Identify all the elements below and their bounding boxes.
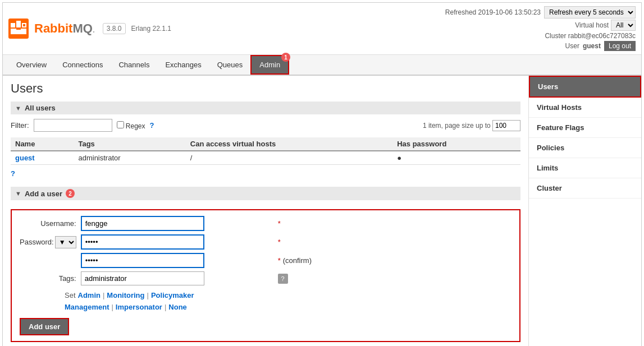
all-users-title: All users xyxy=(25,104,56,112)
top-bar: RabbitMQ. 3.8.0 Erlang 22.1.1 Refreshed … xyxy=(3,3,641,55)
tag-policymaker-link[interactable]: Policymaker xyxy=(151,291,194,299)
col-virtual-hosts: Can access virtual hosts xyxy=(186,137,392,151)
nav-queues[interactable]: Queues xyxy=(209,56,251,73)
table-header-row: Name Tags Can access virtual hosts Has p… xyxy=(11,137,520,151)
confirm-label: (confirm) xyxy=(283,256,312,265)
sidebar-item-feature-flags[interactable]: Feature Flags xyxy=(529,118,641,138)
tags-input[interactable]: administrator xyxy=(81,271,204,285)
add-user-section: Username: fengge * Password: ▼ * * xyxy=(11,209,520,342)
sep-3: | xyxy=(111,303,113,311)
filter-row: Filter: Regex ? 1 item, page size up to … xyxy=(11,119,520,132)
user-value: guest xyxy=(583,42,601,50)
add-user-button[interactable]: Add user xyxy=(20,318,69,335)
page-size-input[interactable]: 100 xyxy=(492,120,520,131)
password-required: * xyxy=(278,238,312,246)
tag-monitoring-link[interactable]: Monitoring xyxy=(107,291,144,299)
table-help: ? xyxy=(11,169,520,178)
tag-impersonator-link[interactable]: Impersonator xyxy=(116,303,162,311)
sep-2: | xyxy=(147,291,149,299)
regex-checkbox-label[interactable]: Regex xyxy=(117,121,145,130)
cluster-value: rabbit@ec06c727083c xyxy=(568,32,636,40)
version-badge: 3.8.0 xyxy=(103,23,126,34)
regex-help-icon[interactable]: ? xyxy=(150,121,154,130)
password-input[interactable] xyxy=(81,234,204,250)
main-nav: Overview Connections Channels Exchanges … xyxy=(3,55,641,76)
user-name-link[interactable]: guest xyxy=(15,154,35,162)
add-user-wrapper: ▼ Add a user 2 Username: fengge * Passwo… xyxy=(11,187,520,342)
all-users-section-header[interactable]: ▼ All users xyxy=(11,102,520,114)
filter-input[interactable] xyxy=(34,119,112,132)
user-row: User guest Log out xyxy=(565,41,636,51)
sidebar-item-policies[interactable]: Policies xyxy=(529,138,641,158)
tags-help-button[interactable]: ? xyxy=(278,274,288,284)
col-name: Name xyxy=(11,137,74,151)
table-row: guest administrator / ● xyxy=(11,151,520,165)
tag-management-link[interactable]: Management xyxy=(65,303,109,311)
main-layout: Users ▼ All users Filter: Regex ? 1 item… xyxy=(3,76,641,346)
regex-checkbox[interactable] xyxy=(117,121,124,128)
confirm-row: * (confirm) xyxy=(278,256,312,265)
sidebar-item-virtual-hosts[interactable]: Virtual Hosts xyxy=(529,98,641,118)
regex-label: Regex xyxy=(126,122,145,130)
add-user-arrow-icon: ▼ xyxy=(15,190,21,197)
set-label: Set xyxy=(65,291,76,299)
sidebar-item-cluster[interactable]: Cluster xyxy=(529,178,641,199)
page-title: Users xyxy=(11,81,520,96)
section-arrow-icon: ▼ xyxy=(15,105,21,112)
vhost-select[interactable]: All xyxy=(611,20,636,31)
add-user-section-header[interactable]: ▼ Add a user 2 xyxy=(11,187,520,200)
refreshed-timestamp: Refreshed 2019-10-06 13:50:23 xyxy=(445,8,541,16)
sidebar: Users Virtual Hosts Feature Flags Polici… xyxy=(529,76,641,346)
user-label: User xyxy=(565,42,579,50)
col-has-password: Has password xyxy=(392,137,520,151)
table-help-link[interactable]: ? xyxy=(11,169,15,178)
svg-rect-1 xyxy=(11,23,15,27)
vhost-label: Virtual host xyxy=(575,21,609,29)
rabbitmq-logo-icon xyxy=(8,19,29,39)
nav-admin-label: Admin xyxy=(259,61,280,69)
top-right: Refreshed 2019-10-06 13:50:23 Refresh ev… xyxy=(445,6,636,51)
admin-badge: 1 xyxy=(281,53,290,62)
tag-none-link[interactable]: None xyxy=(168,303,187,311)
erlang-info: Erlang 22.1.1 xyxy=(131,25,171,33)
cluster-row: Cluster rabbit@ec06c727083c xyxy=(545,32,636,40)
sidebar-item-users[interactable]: Users xyxy=(529,76,641,98)
nav-exchanges[interactable]: Exchanges xyxy=(157,56,209,73)
add-user-badge: 2 xyxy=(66,189,75,198)
confirm-required: * xyxy=(278,256,281,265)
password-confirm-input[interactable] xyxy=(81,253,204,268)
sidebar-item-limits[interactable]: Limits xyxy=(529,158,641,178)
nav-overview[interactable]: Overview xyxy=(8,56,54,73)
sep-4: | xyxy=(165,303,166,311)
logout-button[interactable]: Log out xyxy=(604,41,636,51)
svg-rect-2 xyxy=(16,21,21,27)
svg-rect-5 xyxy=(16,27,21,30)
nav-connections[interactable]: Connections xyxy=(54,56,111,73)
username-label: Username: xyxy=(20,219,76,228)
username-input[interactable]: fengge xyxy=(81,216,204,231)
username-required: * xyxy=(278,219,312,228)
svg-rect-6 xyxy=(23,24,25,26)
password-type-select[interactable]: ▼ xyxy=(55,236,76,248)
add-user-section-title: Add a user xyxy=(25,190,62,198)
vhost-row: Virtual host All xyxy=(575,20,636,31)
filter-label: Filter: xyxy=(11,121,29,130)
logo-area: RabbitMQ. 3.8.0 Erlang 22.1.1 xyxy=(8,19,171,39)
cell-name: guest xyxy=(11,151,74,165)
set-tags-row-2: Management | Impersonator | None xyxy=(20,303,312,311)
password-label: Password: xyxy=(20,238,54,246)
nav-admin[interactable]: Admin 1 xyxy=(250,55,289,75)
set-tags-row-1: Set Admin | Monitoring | Policymaker xyxy=(20,291,312,299)
cell-tags: administrator xyxy=(74,151,185,165)
nav-channels[interactable]: Channels xyxy=(111,56,157,73)
password-label-group: Password: ▼ xyxy=(20,236,76,248)
logo-text: RabbitMQ. xyxy=(34,21,95,36)
tags-label: Tags: xyxy=(20,274,76,283)
tag-admin-link[interactable]: Admin xyxy=(78,291,101,299)
refresh-select[interactable]: Refresh every 5 seconds xyxy=(544,6,636,19)
content-area: Users ▼ All users Filter: Regex ? 1 item… xyxy=(3,76,529,346)
page-size-text: 1 item, page size up to xyxy=(423,122,491,130)
users-table: Name Tags Can access virtual hosts Has p… xyxy=(11,137,520,165)
cell-has-password: ● xyxy=(392,151,520,165)
col-tags: Tags xyxy=(74,137,185,151)
